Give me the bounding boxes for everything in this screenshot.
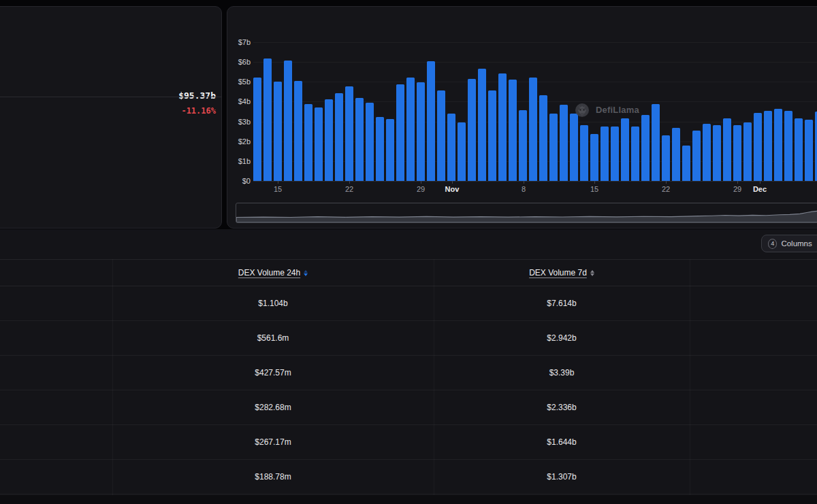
chart-bar[interactable]: [519, 110, 527, 181]
columns-count-badge: 4: [768, 239, 777, 249]
dex-volume-7d-cell: $1.644b: [434, 425, 690, 459]
chart-bar[interactable]: [560, 105, 568, 181]
chart-bar[interactable]: [784, 111, 792, 181]
chart-bar[interactable]: [672, 128, 680, 181]
chart-bar[interactable]: [304, 104, 313, 181]
column-separator: [434, 259, 434, 495]
dex-volume-24h-cell: $267.17m: [112, 425, 434, 459]
table-row[interactable]: $282.68m $2.336b: [0, 390, 817, 425]
page: $95.37b -11.16% $0$1b$2b$3b$4b$5b$6b$7b1…: [0, 0, 817, 504]
chart-bar[interactable]: [355, 98, 364, 181]
chart-bar[interactable]: [396, 84, 404, 181]
dex-table-section: 4 Columns ⌄ DEX Volume 24h DEX Volume 7d…: [0, 229, 817, 504]
chart-bar[interactable]: [600, 127, 609, 181]
gridline: [253, 181, 817, 182]
chart-bar[interactable]: [570, 114, 578, 181]
bar-chart[interactable]: $0$1b$2b$3b$4b$5b$6b$7b152229Nov8152229D…: [227, 7, 817, 228]
chart-bar[interactable]: [335, 93, 343, 181]
x-axis-tick: [666, 181, 667, 184]
chart-bar[interactable]: [417, 82, 425, 181]
x-axis-label: Nov: [445, 185, 460, 193]
chart-bar[interactable]: [733, 125, 741, 181]
sort-icon[interactable]: [590, 270, 594, 276]
next-row-partial: [0, 495, 817, 504]
chart-bar[interactable]: [294, 81, 302, 181]
chart-bar[interactable]: [253, 78, 261, 181]
table-row[interactable]: $427.57m $3.39b: [0, 356, 817, 390]
x-axis-tick: [278, 181, 278, 184]
llama-logo-icon: [573, 101, 591, 118]
chart-bar[interactable]: [478, 69, 486, 181]
watermark-label: DefiLlama: [596, 105, 639, 115]
chart-bar[interactable]: [274, 82, 282, 181]
chart-bar[interactable]: [488, 90, 496, 181]
header-label[interactable]: DEX Volume 7d: [529, 268, 587, 278]
chart-bar[interactable]: [652, 104, 660, 181]
chart-bar[interactable]: [682, 146, 690, 181]
dex-volume-7d-cell: $3.39b: [434, 356, 690, 390]
chart-bar[interactable]: [539, 95, 547, 181]
column-header-dex-volume-24h[interactable]: DEX Volume 24h: [112, 260, 434, 286]
x-axis-label: 8: [522, 185, 526, 193]
chart-bar[interactable]: [764, 111, 772, 181]
chart-bar[interactable]: [437, 90, 445, 181]
chart-bar[interactable]: [590, 134, 598, 181]
x-axis-label: Dec: [753, 185, 767, 193]
chart-bar[interactable]: [774, 109, 782, 181]
chart-range-brush[interactable]: [236, 203, 817, 223]
chart-bar[interactable]: [580, 125, 588, 181]
chart-bar[interactable]: [631, 127, 639, 181]
columns-dropdown-button[interactable]: 4 Columns ⌄: [761, 235, 817, 252]
gridline: [253, 42, 817, 43]
chart-bar[interactable]: [406, 78, 415, 181]
chart-bar[interactable]: [805, 120, 813, 181]
chart-bar[interactable]: [662, 135, 670, 181]
chart-bar[interactable]: [713, 125, 721, 181]
chart-bar[interactable]: [703, 124, 711, 181]
chart-bar[interactable]: [692, 131, 701, 181]
x-axis-label: 15: [590, 185, 598, 193]
table-row[interactable]: $188.78m $1.307b: [0, 460, 817, 494]
chart-bar[interactable]: [549, 114, 558, 181]
dex-volume-chart-panel: $0$1b$2b$3b$4b$5b$6b$7b152229Nov8152229D…: [227, 6, 817, 229]
total-volume-value: $95.37b: [178, 90, 216, 101]
chart-bar[interactable]: [284, 61, 292, 181]
chart-bar[interactable]: [795, 118, 803, 181]
chart-bar[interactable]: [723, 118, 731, 181]
chart-bar[interactable]: [345, 86, 353, 181]
chart-bar[interactable]: [325, 99, 333, 181]
chart-bar[interactable]: [376, 117, 384, 181]
chart-bar[interactable]: [447, 114, 455, 181]
x-axis-tick: [760, 181, 760, 184]
chart-bar[interactable]: [743, 122, 752, 181]
chart-bar[interactable]: [529, 78, 537, 181]
x-axis-tick: [452, 181, 453, 184]
chart-bar[interactable]: [621, 118, 629, 181]
x-axis-tick: [349, 181, 350, 184]
sort-icon[interactable]: [304, 270, 308, 276]
chart-bar[interactable]: [641, 115, 650, 181]
chart-bar[interactable]: [315, 107, 323, 181]
x-axis-label: 22: [662, 185, 670, 193]
chart-bar[interactable]: [498, 73, 507, 181]
chart-bar[interactable]: [263, 58, 272, 181]
chart-bar[interactable]: [509, 80, 517, 181]
y-axis-label: $1b: [227, 157, 251, 165]
x-axis-label: 29: [417, 185, 425, 193]
column-header-dex-volume-7d[interactable]: DEX Volume 7d: [434, 260, 690, 286]
dex-volume-24h-cell: $561.6m: [112, 321, 434, 355]
chart-bar[interactable]: [458, 122, 466, 181]
table-row[interactable]: $561.6m $2.942b: [0, 321, 817, 356]
chart-bar[interactable]: [754, 113, 762, 181]
y-axis-label: $4b: [227, 97, 251, 105]
table-row[interactable]: $267.17m $1.644b: [0, 425, 817, 460]
dex-volume-7d-cell: $2.942b: [434, 321, 690, 355]
table-row[interactable]: $1.104b $7.614b: [0, 286, 817, 321]
chart-bar[interactable]: [366, 103, 374, 181]
chart-bar[interactable]: [386, 119, 394, 181]
table-controls-row: 4 Columns ⌄: [0, 229, 817, 259]
chart-bar[interactable]: [427, 61, 435, 181]
header-label[interactable]: DEX Volume 24h: [238, 268, 300, 278]
chart-bar[interactable]: [611, 127, 619, 181]
chart-bar[interactable]: [468, 79, 476, 181]
